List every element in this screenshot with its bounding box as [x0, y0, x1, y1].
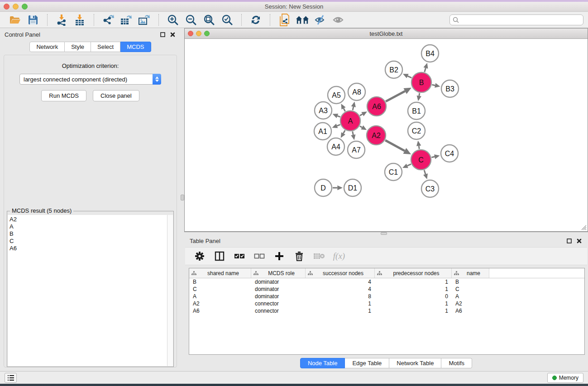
column-header-name[interactable]: name: [452, 268, 489, 278]
close-panel-icon[interactable]: [169, 31, 176, 38]
show-graphics-details-icon[interactable]: [332, 14, 345, 26]
tab-network[interactable]: Network: [29, 42, 65, 52]
open-session-icon[interactable]: [8, 14, 22, 26]
table-cell[interactable]: 1: [375, 279, 452, 285]
tab-mcds[interactable]: MCDS: [120, 42, 151, 52]
table-row[interactable]: A2connector11A2: [189, 300, 584, 307]
close-panel-icon[interactable]: [575, 237, 583, 244]
search-field[interactable]: [449, 14, 583, 25]
zoom-out-icon[interactable]: [184, 14, 198, 26]
graph-edge-A2-C[interactable]: [385, 140, 405, 151]
vertical-split-divider[interactable]: [181, 28, 184, 371]
column-header-predecessor-nodes[interactable]: predecessor nodes: [375, 268, 452, 278]
zoom-fit-icon[interactable]: [202, 14, 216, 26]
close-panel-button[interactable]: Close panel: [93, 90, 139, 101]
resize-grip-icon[interactable]: [580, 224, 587, 230]
result-item[interactable]: C: [10, 238, 167, 245]
network-canvas[interactable]: AA1A2A3A4A5A6A7A8BB1B2B3B4CC1C2C3C4DD1: [185, 39, 588, 231]
save-session-icon[interactable]: [26, 14, 40, 26]
table-cell[interactable]: 1: [375, 308, 452, 314]
column-header-successor-nodes[interactable]: successor nodes: [306, 268, 375, 278]
refresh-layout-icon[interactable]: [249, 14, 263, 26]
tab-edge-table[interactable]: Edge Table: [345, 358, 389, 368]
table-cell[interactable]: A2: [452, 300, 489, 307]
horizontal-split-divider[interactable]: [184, 232, 588, 234]
table-cell[interactable]: A6: [189, 308, 251, 314]
table-cell[interactable]: connector: [251, 308, 306, 314]
graph-edge-B-B1[interactable]: [419, 93, 420, 96]
table-cell[interactable]: C: [189, 286, 251, 292]
result-item[interactable]: A2: [10, 216, 167, 223]
tab-select[interactable]: Select: [91, 42, 120, 52]
table-cell[interactable]: B: [189, 279, 251, 285]
search-input[interactable]: [461, 17, 580, 23]
graph-edge-C-C4[interactable]: [431, 157, 435, 157]
export-network-icon[interactable]: [101, 14, 115, 26]
table-row[interactable]: A6connector11A6: [189, 307, 584, 315]
table-cell[interactable]: A6: [452, 308, 489, 314]
home-icon[interactable]: [296, 14, 309, 26]
table-cell[interactable]: 0: [375, 293, 452, 300]
graph-edge-C-C2[interactable]: [419, 146, 419, 149]
import-table-icon[interactable]: [73, 14, 86, 26]
graph-edge-B-B2[interactable]: [408, 76, 412, 78]
add-row-icon[interactable]: [273, 250, 286, 262]
table-cell[interactable]: 1: [375, 286, 452, 292]
tab-network-table[interactable]: Network Table: [389, 358, 441, 368]
tab-style[interactable]: Style: [65, 42, 91, 52]
graph-edge-A-A6[interactable]: [360, 114, 363, 115]
node-table[interactable]: shared nameMCDS rolesuccessor nodesprede…: [189, 268, 585, 355]
network-from-selection-icon[interactable]: [277, 14, 291, 26]
delete-row-icon[interactable]: [293, 250, 306, 262]
float-panel-icon[interactable]: [565, 237, 573, 244]
graph-edge-A-A8[interactable]: [353, 107, 354, 110]
result-item[interactable]: A6: [10, 245, 167, 252]
table-row[interactable]: Adominator80A: [189, 293, 584, 300]
tab-motifs[interactable]: Motifs: [441, 358, 472, 368]
table-cell[interactable]: dominator: [251, 293, 306, 300]
result-scrollbar[interactable]: [167, 215, 173, 366]
zoom-in-icon[interactable]: [166, 14, 180, 26]
settings-gear-icon[interactable]: [193, 250, 206, 262]
memory-button[interactable]: Memory: [547, 373, 583, 383]
hide-graphics-details-icon[interactable]: [314, 14, 327, 26]
graph-edge-A6-B[interactable]: [386, 91, 405, 101]
table-row[interactable]: Bdominator41B: [189, 278, 584, 286]
network-window-titlebar[interactable]: testGlobe.txt: [185, 29, 588, 39]
column-layout-icon[interactable]: [213, 250, 226, 262]
table-cell[interactable]: dominator: [251, 279, 306, 285]
split-handle[interactable]: [181, 195, 184, 200]
graph-edge-A-A5[interactable]: [344, 109, 345, 111]
tab-node-table[interactable]: Node Table: [300, 358, 345, 368]
column-header-MCDS-role[interactable]: MCDS role: [251, 268, 306, 278]
graph-edge-C-C1[interactable]: [407, 164, 411, 166]
graph-edge-C-C3[interactable]: [424, 170, 425, 174]
optimization-criterion-select[interactable]: largest connected component (directed): [19, 74, 161, 85]
table-cell[interactable]: A: [189, 293, 251, 300]
result-item[interactable]: A: [10, 223, 167, 230]
table-cell[interactable]: 1: [375, 300, 452, 307]
graph-edge-B-B4[interactable]: [425, 68, 426, 72]
float-panel-icon[interactable]: [159, 31, 166, 38]
table-row[interactable]: Cdominator41C: [189, 286, 584, 293]
split-handle[interactable]: [381, 232, 387, 235]
graph-edge-A-A4[interactable]: [343, 130, 345, 133]
import-network-icon[interactable]: [55, 14, 68, 26]
graph-edge-A-A3[interactable]: [337, 116, 340, 117]
deselect-all-icon[interactable]: [253, 250, 266, 262]
table-cell[interactable]: dominator: [251, 286, 306, 292]
table-cell[interactable]: 4: [306, 286, 375, 292]
table-cell[interactable]: A2: [189, 300, 251, 307]
table-cell[interactable]: connector: [251, 300, 306, 307]
graph-edge-A-A7[interactable]: [353, 132, 354, 135]
zoom-selected-icon[interactable]: [220, 14, 234, 26]
table-cell[interactable]: 1: [306, 300, 375, 307]
network-graph[interactable]: AA1A2A3A4A5A6A7A8BB1B2B3B4CC1C2C3C4DD1: [185, 39, 588, 230]
export-table-icon[interactable]: [120, 14, 133, 26]
mcds-result-list[interactable]: A2ABCA6: [8, 215, 167, 366]
task-history-button[interactable]: [5, 373, 17, 383]
graph-edge-A-A1[interactable]: [337, 124, 340, 126]
run-mcds-button[interactable]: Run MCDS: [41, 90, 86, 101]
select-all-icon[interactable]: [233, 250, 246, 262]
result-item[interactable]: B: [10, 230, 167, 238]
